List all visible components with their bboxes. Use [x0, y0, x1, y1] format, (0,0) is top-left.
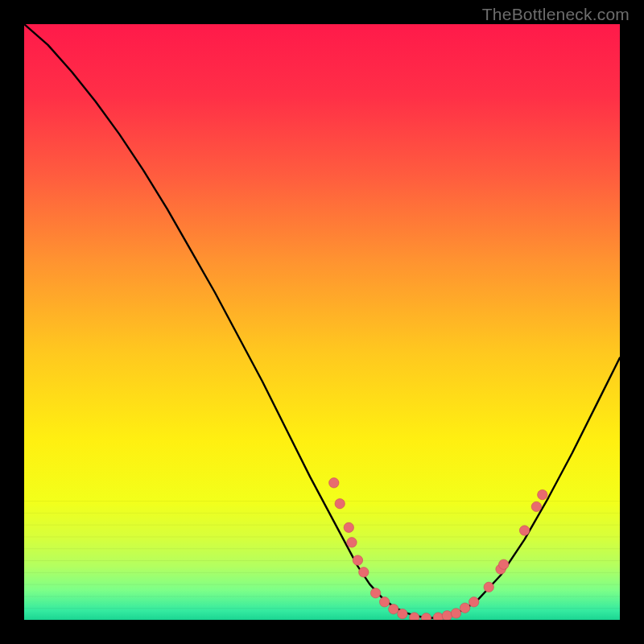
data-dot — [433, 613, 443, 620]
data-dot — [353, 555, 362, 565]
data-dot — [410, 613, 419, 620]
curve-overlay — [24, 24, 620, 620]
data-dot — [484, 582, 493, 592]
data-dot — [344, 522, 353, 532]
outer-frame: TheBottleneck.com — [0, 0, 644, 644]
data-dot — [389, 604, 398, 613]
data-dot — [359, 568, 369, 577]
data-dot — [370, 588, 380, 598]
plot-area — [24, 24, 620, 620]
data-dot — [499, 559, 509, 569]
data-dot — [531, 502, 541, 511]
data-dot — [398, 609, 407, 618]
data-dots-group — [329, 478, 547, 620]
data-dot — [421, 613, 431, 620]
data-dot — [442, 611, 452, 620]
data-dot — [329, 478, 339, 488]
data-dot — [469, 597, 479, 607]
watermark-text: TheBottleneck.com — [482, 5, 630, 24]
data-dot — [335, 499, 345, 509]
data-dot — [519, 526, 529, 535]
data-dot — [380, 597, 390, 607]
bottleneck-curve — [24, 24, 620, 618]
data-dot — [347, 538, 357, 547]
data-dot — [538, 489, 547, 499]
data-dot — [460, 603, 469, 613]
data-dot — [451, 609, 460, 618]
